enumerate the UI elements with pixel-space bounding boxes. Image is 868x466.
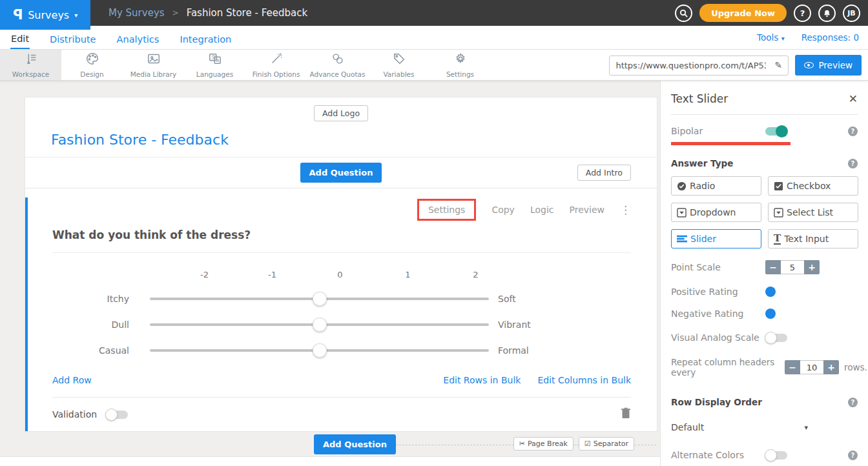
edit-columns-bulk-link[interactable]: Edit Columns in Bulk bbox=[537, 375, 631, 385]
help-icon[interactable]: ? bbox=[848, 451, 858, 460]
answer-type-dropdown[interactable]: Dropdown bbox=[671, 203, 761, 222]
breadcrumb-separator-icon: > bbox=[172, 8, 179, 17]
question-menu-copy[interactable]: Copy bbox=[491, 205, 515, 215]
help-icon[interactable]: ? bbox=[848, 159, 858, 168]
toolbar-item-workspace[interactable]: Workspace bbox=[0, 50, 61, 80]
row-left-label: Casual bbox=[52, 345, 150, 356]
tab-distribute[interactable]: Distribute bbox=[49, 30, 96, 48]
delete-question-trash-icon[interactable] bbox=[621, 407, 631, 421]
image-icon bbox=[147, 52, 161, 68]
row-left-label: Dull bbox=[52, 319, 150, 330]
slider-handle[interactable] bbox=[313, 292, 327, 306]
survey-url-input[interactable] bbox=[610, 61, 769, 70]
page-break-button[interactable]: ✂Page Break bbox=[513, 437, 574, 451]
annotation-bipolar-underline bbox=[671, 142, 790, 145]
toolbar-item-settings[interactable]: Settings bbox=[429, 50, 491, 80]
answer-type-checkbox[interactable]: Checkbox bbox=[768, 176, 858, 196]
help-icon[interactable]: ? bbox=[794, 5, 811, 22]
question-menu-logic[interactable]: Logic bbox=[530, 205, 554, 215]
kebab-menu-icon[interactable]: ⋮ bbox=[620, 203, 631, 216]
tab-edit[interactable]: Edit bbox=[10, 30, 30, 49]
negative-rating-color-swatch[interactable] bbox=[765, 309, 776, 319]
question-menu-settings[interactable]: Settings bbox=[417, 199, 476, 221]
visual-analog-scale-toggle[interactable] bbox=[765, 334, 787, 342]
questionpro-logo-icon: P bbox=[13, 8, 23, 22]
search-icon[interactable] bbox=[675, 5, 692, 22]
next-section-edge bbox=[0, 456, 660, 466]
visual-analog-scale-label: Visual Analog Scale bbox=[671, 332, 765, 343]
question-menu-preview[interactable]: Preview bbox=[570, 205, 605, 215]
add-question-button-bottom[interactable]: Add Question bbox=[314, 434, 396, 454]
breadcrumb-my-surveys[interactable]: My Surveys bbox=[108, 7, 165, 19]
separator-button[interactable]: ☑Separator bbox=[579, 437, 634, 451]
svg-text:文: 文 bbox=[211, 54, 216, 60]
chevron-down-icon: ▾ bbox=[74, 12, 78, 19]
gear-icon bbox=[453, 52, 468, 68]
negative-rating-label: Negative Rating bbox=[671, 309, 765, 319]
scale-label: 0 bbox=[306, 270, 374, 279]
point-scale-value[interactable]: 5 bbox=[781, 260, 804, 274]
repeat-headers-value[interactable]: 10 bbox=[800, 360, 823, 374]
divider bbox=[671, 114, 858, 115]
scale-label: -1 bbox=[238, 270, 306, 279]
add-question-button[interactable]: Add Question bbox=[300, 163, 382, 183]
survey-canvas: Add Logo Fashion Store - Feedback Add Qu… bbox=[0, 81, 660, 466]
notifications-bell-icon[interactable] bbox=[818, 5, 836, 22]
validation-toggle[interactable] bbox=[106, 410, 128, 419]
bipolar-toggle[interactable] bbox=[765, 127, 787, 136]
eye-icon bbox=[804, 62, 814, 68]
row-display-order-label: Row Display Order bbox=[671, 397, 762, 407]
close-icon[interactable]: ✕ bbox=[849, 92, 858, 105]
help-icon[interactable]: ? bbox=[848, 398, 858, 407]
answer-type-text-input[interactable]: T Text Input bbox=[768, 229, 858, 248]
chevron-down-icon: ▾ bbox=[804, 423, 808, 432]
tools-dropdown[interactable]: Tools ▾ bbox=[757, 32, 785, 43]
toolbar-item-design[interactable]: Design bbox=[61, 50, 123, 80]
plus-button[interactable]: + bbox=[823, 360, 839, 374]
minus-button[interactable]: − bbox=[785, 360, 800, 374]
help-icon[interactable]: ? bbox=[848, 127, 858, 136]
slider-handle[interactable] bbox=[313, 343, 327, 358]
toolbar-item-finish-options[interactable]: Finish Options bbox=[245, 50, 307, 80]
edit-url-pencil-icon[interactable]: ✎ bbox=[769, 60, 788, 70]
point-scale-stepper: − 5 + bbox=[765, 260, 820, 274]
edit-rows-bulk-link[interactable]: Edit Rows in Bulk bbox=[443, 375, 521, 385]
add-row-link[interactable]: Add Row bbox=[52, 375, 92, 385]
answer-type-radio[interactable]: Radio bbox=[671, 176, 761, 196]
preview-button[interactable]: Preview bbox=[795, 55, 862, 76]
top-bar: My Surveys > Fashion Store - Feedback Up… bbox=[0, 0, 868, 26]
avatar[interactable]: JB bbox=[843, 5, 860, 22]
toolbar-item-variables[interactable]: Variables bbox=[368, 50, 429, 80]
responses-count[interactable]: Responses: 0 bbox=[801, 32, 859, 43]
answer-type-grid: Radio Checkbox Dropdown Select List Slid… bbox=[671, 176, 858, 248]
answer-type-slider[interactable]: Slider bbox=[671, 229, 761, 248]
alternate-colors-toggle[interactable] bbox=[765, 451, 787, 460]
slider-row: Casual Formal bbox=[52, 338, 631, 363]
breadcrumb: My Surveys > Fashion Store - Feedback bbox=[108, 0, 307, 26]
tab-integration[interactable]: Integration bbox=[179, 30, 232, 48]
answer-type-select-list[interactable]: Select List bbox=[768, 203, 858, 222]
question-settings-panel: Text Slider ✕ Bipolar ? Answer Type ? Ra… bbox=[660, 81, 868, 466]
toolbar-item-media-library[interactable]: Media Library bbox=[123, 50, 184, 80]
add-intro-button[interactable]: Add Intro bbox=[577, 165, 631, 181]
positive-rating-color-swatch[interactable] bbox=[765, 287, 776, 297]
app-logo[interactable]: P Surveys ▾ bbox=[0, 0, 90, 30]
slider-handle[interactable] bbox=[313, 318, 327, 332]
slider-bars-icon bbox=[677, 234, 687, 243]
add-question-section: Add Question Add Intro bbox=[25, 157, 657, 188]
tab-analytics[interactable]: Analytics bbox=[116, 30, 160, 48]
validation-label: Validation bbox=[52, 409, 97, 420]
row-right-label: Vibrant bbox=[489, 319, 531, 330]
row-display-order-select[interactable]: Default ▾ bbox=[671, 422, 808, 432]
upgrade-now-button[interactable]: Upgrade Now bbox=[699, 4, 787, 22]
scale-label: 2 bbox=[442, 270, 510, 279]
radio-check-icon bbox=[677, 181, 687, 191]
minus-button[interactable]: − bbox=[765, 260, 781, 274]
plus-button[interactable]: + bbox=[804, 260, 820, 274]
survey-title[interactable]: Fashion Store - Feedback bbox=[51, 132, 657, 148]
toolbar-item-advance-quotas[interactable]: Advance Quotas bbox=[307, 50, 368, 80]
question-text[interactable]: What do you think of the dress? bbox=[52, 228, 631, 253]
add-logo-button[interactable]: Add Logo bbox=[314, 105, 368, 121]
slider-row: Itchy Soft bbox=[52, 286, 631, 312]
toolbar-item-languages[interactable]: 文A Languages bbox=[184, 50, 245, 80]
